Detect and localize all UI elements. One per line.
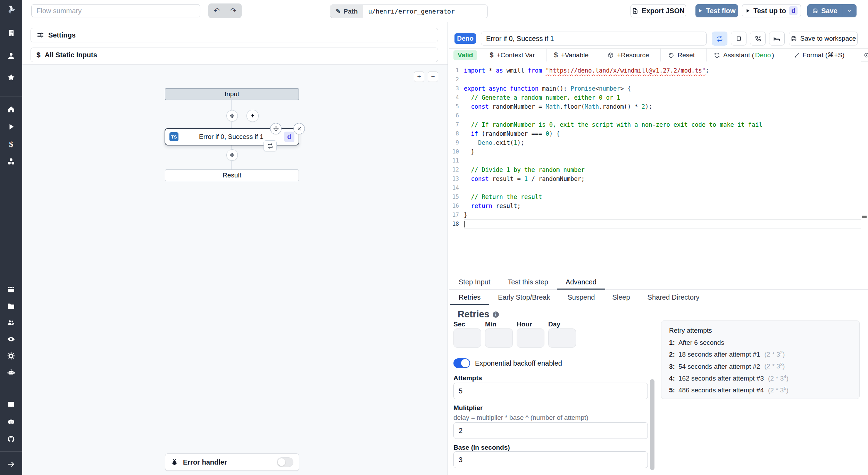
flow-settings-button[interactable]: Settings bbox=[31, 28, 438, 42]
tab-advanced[interactable]: Advanced bbox=[557, 275, 605, 289]
suspend-phone-icon-button[interactable] bbox=[750, 32, 766, 45]
sleep-bed-icon-button[interactable] bbox=[769, 32, 785, 45]
favorites-star-icon[interactable] bbox=[7, 73, 16, 82]
schedules-calendar-icon[interactable] bbox=[7, 285, 16, 294]
toolbar-item-reset[interactable]: Reset bbox=[660, 49, 702, 62]
variables-dollar-icon[interactable]: $ bbox=[7, 140, 16, 149]
code-line[interactable]: 10 } bbox=[449, 147, 861, 156]
code-line[interactable]: 3export async function main(): Promise<n… bbox=[449, 84, 861, 93]
add-step-button[interactable] bbox=[226, 149, 238, 161]
code-line[interactable]: 11 bbox=[449, 156, 861, 165]
code-line[interactable]: 16 return result; bbox=[449, 201, 861, 210]
multiplier-input[interactable] bbox=[453, 422, 648, 439]
error-handler-toggle[interactable] bbox=[277, 457, 293, 467]
panel-splitter[interactable] bbox=[448, 22, 448, 475]
result-node[interactable]: Result bbox=[165, 169, 299, 181]
sidebar-divider bbox=[0, 97, 22, 97]
zoom-in-button[interactable]: + bbox=[414, 72, 424, 82]
path-field: ✎ Path u/henri/error_generator bbox=[330, 5, 488, 18]
min-input[interactable] bbox=[485, 328, 513, 348]
save-to-workspace-button[interactable]: Save to workspace bbox=[789, 32, 858, 45]
all-static-inputs-button[interactable]: $ All Static Inputs bbox=[31, 48, 438, 62]
code-line[interactable]: 2 bbox=[449, 75, 861, 84]
delete-step-button[interactable] bbox=[293, 123, 305, 134]
retry-indicator-button[interactable] bbox=[264, 140, 277, 151]
test-flow-button[interactable]: Test flow bbox=[695, 4, 738, 17]
home-icon[interactable] bbox=[7, 105, 16, 114]
folders-icon[interactable] bbox=[7, 301, 16, 310]
subtab-suspend[interactable]: Suspend bbox=[559, 290, 603, 305]
groups-users-icon[interactable] bbox=[7, 318, 16, 327]
editor-scrollbar-gutter[interactable] bbox=[861, 61, 861, 274]
code-line[interactable]: 1import * as wmill from "https://deno.la… bbox=[449, 66, 861, 75]
step-title-input[interactable] bbox=[481, 32, 707, 45]
save-dropdown-button[interactable] bbox=[842, 4, 856, 17]
workers-robot-icon[interactable] bbox=[7, 368, 16, 377]
export-json-button[interactable]: Export JSON bbox=[631, 4, 686, 17]
toolbar-item-resource[interactable]: +Resource bbox=[600, 49, 656, 62]
input-node[interactable]: Input bbox=[165, 88, 299, 100]
collapse-arrow-icon[interactable] bbox=[7, 460, 16, 469]
user-icon[interactable] bbox=[7, 51, 16, 60]
exponential-backoff-toggle[interactable] bbox=[453, 358, 470, 368]
path-value-input[interactable]: u/henri/error_generator bbox=[363, 5, 487, 18]
day-input[interactable] bbox=[548, 328, 576, 348]
code-line[interactable]: 6 bbox=[449, 111, 861, 120]
editor-toolbar: Valid $+Context Var$+Variable+ResourceRe… bbox=[449, 48, 868, 62]
hour-input[interactable] bbox=[517, 328, 544, 348]
code-line[interactable]: 9 Deno.exit(1); bbox=[449, 138, 861, 147]
code-line[interactable]: 15 // Return the result bbox=[449, 192, 861, 201]
subtab-retries[interactable]: Retries bbox=[450, 290, 489, 305]
code-line[interactable]: 4 // Generate a random number, either 0 … bbox=[449, 93, 861, 102]
toolbar-item-context-var[interactable]: $+Context Var bbox=[482, 49, 542, 62]
error-handler-row[interactable]: Error handler bbox=[165, 453, 299, 471]
toolbar-item-format-s[interactable]: Format (⌘+S) bbox=[786, 49, 852, 62]
test-up-to-button[interactable]: Test up to d bbox=[742, 4, 801, 17]
flow-canvas[interactable]: + − Input TS Error if 0, Success if 1 d bbox=[22, 64, 448, 475]
retries-scrollbar[interactable] bbox=[650, 379, 654, 470]
audit-logs-eye-icon[interactable] bbox=[7, 335, 16, 344]
code-line[interactable]: 13 const result = 1 / randomNumber; bbox=[449, 174, 861, 183]
docs-book-icon[interactable] bbox=[7, 400, 16, 409]
info-icon[interactable]: i bbox=[493, 311, 499, 318]
early-stop-button[interactable] bbox=[731, 32, 746, 45]
undo-button[interactable]: ↶ bbox=[208, 3, 225, 18]
attempts-input[interactable] bbox=[453, 383, 648, 399]
subtab-shared-directory[interactable]: Shared Directory bbox=[639, 290, 708, 305]
workspace-settings-gear-icon[interactable] bbox=[7, 351, 16, 360]
organization-icon[interactable] bbox=[7, 28, 16, 38]
code-line[interactable]: 14 bbox=[449, 183, 861, 192]
toolbar-item-explore-other-s[interactable]: Explore other s bbox=[856, 49, 868, 62]
tab-test-this-step[interactable]: Test this step bbox=[499, 275, 557, 289]
toolbar-item-assistant[interactable]: Assistant (Deno) bbox=[706, 49, 781, 62]
base-seconds-input[interactable] bbox=[453, 451, 648, 468]
flow-summary-input[interactable] bbox=[31, 4, 200, 17]
retries-toggle-button[interactable] bbox=[712, 32, 727, 45]
discord-icon[interactable] bbox=[7, 417, 16, 426]
resources-cubes-icon[interactable] bbox=[7, 157, 16, 166]
redo-button[interactable]: ↷ bbox=[225, 3, 242, 18]
retry-attempts-panel: Retry attempts 1:After 6 seconds2:18 sec… bbox=[661, 320, 860, 399]
code-line[interactable]: 8 if (randomNumber === 0) { bbox=[449, 129, 861, 138]
code-line[interactable]: 18 bbox=[449, 219, 861, 228]
runs-play-icon[interactable] bbox=[7, 122, 16, 131]
github-icon[interactable] bbox=[7, 435, 16, 444]
code-line[interactable]: 5 const randomNumber = Math.floor(Math.r… bbox=[449, 102, 861, 111]
trigger-bolt-button[interactable] bbox=[247, 110, 259, 122]
windmill-logo-icon[interactable] bbox=[6, 5, 16, 15]
move-step-button[interactable] bbox=[270, 123, 282, 134]
tab-step-input[interactable]: Step Input bbox=[450, 275, 499, 289]
save-button[interactable]: Save bbox=[808, 4, 842, 17]
code-line[interactable]: 17} bbox=[449, 210, 861, 219]
zoom-out-button[interactable]: − bbox=[428, 72, 438, 82]
toolbar-item-variable[interactable]: $+Variable bbox=[546, 49, 596, 62]
sec-input[interactable] bbox=[453, 328, 481, 348]
add-step-button[interactable] bbox=[226, 110, 238, 122]
code-editor[interactable]: 1import * as wmill from "https://deno.la… bbox=[449, 61, 861, 279]
subtab-sleep[interactable]: Sleep bbox=[603, 290, 639, 305]
subtab-early-stop[interactable]: Early Stop/Break bbox=[489, 290, 559, 305]
code-line[interactable]: 7 // If randomNumber is 0, exit the scri… bbox=[449, 120, 861, 129]
flow-edge bbox=[232, 122, 232, 128]
code-line[interactable]: 12 // Divide 1 by the random number bbox=[449, 165, 861, 174]
editor-toolbar-items: $+Context Var$+Variable+ResourceResetAss… bbox=[477, 49, 868, 62]
